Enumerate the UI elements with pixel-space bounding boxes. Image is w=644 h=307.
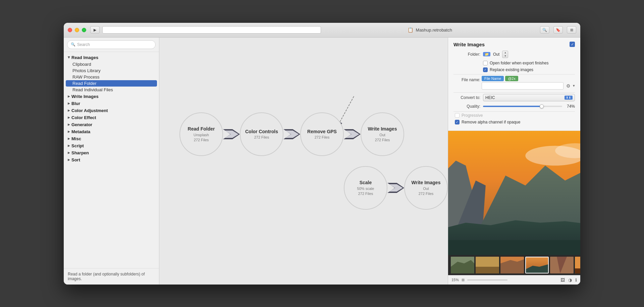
sidebar-group-header-sharpen[interactable]: ▶ Sharpen [64, 149, 159, 156]
sidebar-group-header-write-images[interactable]: ▶ Write Images [64, 93, 159, 100]
node-label: Scale [360, 180, 372, 186]
gear-icon[interactable]: ⚙ [565, 83, 572, 89]
panel-title: Write Images [453, 42, 485, 47]
sidebar-group-header-blur[interactable]: ▶ Blur [64, 100, 159, 107]
open-folder-checkbox[interactable] [483, 61, 488, 65]
zoom-icon[interactable]: ⊞ [462, 278, 465, 282]
preview-controls: 🖼 ◑ ℹ [559, 277, 577, 283]
image-icon[interactable]: 🖼 [560, 277, 565, 283]
connector-4 [387, 183, 404, 193]
titlebar-right: 🔍 🔖 ⊞ [539, 26, 576, 34]
remove-alpha-checkbox[interactable]: ✓ [455, 120, 460, 124]
maximize-button[interactable] [82, 28, 86, 32]
node-read-folder[interactable]: Read Folder Unsplash 272 Files [179, 112, 223, 156]
quality-slider-container: 74% [483, 104, 575, 109]
folder-row: Folder: 📁 Out ▲ ▼ [453, 51, 575, 58]
token-filename[interactable]: File Name [482, 76, 504, 81]
sidebar-item-clipboard[interactable]: Clipboard [64, 61, 159, 67]
sidebar-group-header-misc[interactable]: ▶ Misc [64, 135, 159, 142]
triangle-icon: ▶ [68, 123, 70, 126]
info-icon[interactable]: ℹ [575, 277, 577, 283]
main-canvas[interactable]: Read Folder Unsplash 272 Files [159, 38, 448, 285]
progressive-checkbox[interactable] [455, 113, 460, 118]
quality-slider-track[interactable] [483, 106, 562, 107]
svg-marker-6 [285, 131, 299, 138]
sidebar-group-header-script[interactable]: ▶ Script [64, 142, 159, 149]
sidebar-item-read-individual-files[interactable]: Read Individual Files [64, 87, 159, 93]
thumbnail-4[interactable] [525, 257, 549, 273]
chevron-down-icon[interactable]: ▾ [573, 84, 575, 88]
sidebar-group-header-generator[interactable]: ▶ Generator [64, 121, 159, 128]
right-panel: Write Images ✓ Folder: 📁 Out ▲ ▼ Ope [448, 38, 580, 285]
quality-slider-thumb[interactable] [540, 104, 544, 108]
token-2x[interactable]: @2x [505, 76, 518, 81]
open-folder-label: Open folder when export finishes [490, 61, 548, 65]
sidebar-item-raw-process[interactable]: RAW Process [64, 74, 159, 80]
replace-images-checkbox[interactable]: ✓ [483, 67, 488, 72]
node-sub2: 272 Files [194, 138, 209, 142]
sidebar-group-header-sort[interactable]: ▶ Sort [64, 156, 159, 163]
node-label: Write Images [368, 126, 397, 132]
thumbnail-1[interactable] [451, 257, 474, 273]
group-label-blur: Blur [71, 101, 80, 106]
arrow-chevrons [223, 129, 240, 139]
close-button[interactable] [68, 28, 72, 32]
divider-2 [453, 92, 575, 93]
node-write-images-1[interactable]: Write Images Out 272 Files [361, 112, 404, 156]
divider-1 [453, 74, 575, 74]
node-color-controls[interactable]: Color Controls 272 Files [240, 112, 283, 156]
sidebar-group-metadata: ▶ Metadata [64, 128, 159, 135]
group-label-read-images: Read Images [71, 55, 98, 60]
contrast-icon[interactable]: ◑ [568, 277, 572, 283]
convert-dropdown[interactable]: HEIC ⬆⬇ [483, 94, 575, 101]
triangle-icon: ▶ [68, 109, 70, 112]
zoom-slider[interactable] [467, 279, 507, 280]
thumbnail-6[interactable] [575, 257, 580, 273]
share-toolbar-btn[interactable]: 🔖 [553, 26, 563, 34]
triangle-icon: ▶ [68, 116, 70, 119]
thumbnail-strip [448, 255, 580, 275]
stepper-up[interactable]: ▲ [502, 51, 508, 54]
canvas-content: Read Folder Unsplash 272 Files [159, 38, 448, 285]
search-input[interactable]: Search [77, 42, 90, 47]
node-remove-gps[interactable]: Remove GPS 272 Files [300, 112, 344, 156]
url-bar [102, 26, 321, 34]
play-button[interactable]: ▶ [90, 26, 100, 34]
convert-value: HEIC [485, 95, 495, 100]
progressive-label: Progressive [462, 113, 483, 118]
sidebar-group-header-metadata[interactable]: ▶ Metadata [64, 128, 159, 135]
sidebar-item-photos-library[interactable]: Photos Library [64, 67, 159, 74]
sidebar-group-header-read-images[interactable]: ▶ Read Images [64, 54, 159, 61]
triangle-icon: ▶ [68, 95, 70, 98]
titlebar: ▶ 📋 Mashup.retrobatch 🔍 🔖 ⊞ [64, 23, 580, 38]
search-box[interactable]: 🔍 Search [67, 40, 156, 49]
quality-slider-fill [483, 106, 542, 107]
node-scale[interactable]: Scale 50% scale 272 Files [344, 166, 387, 210]
group-label-misc: Misc [71, 136, 81, 141]
sidebar-group-sort: ▶ Sort [64, 156, 159, 163]
folder-stepper[interactable]: ▲ ▼ [502, 51, 508, 58]
triangle-icon: ▶ [68, 151, 70, 154]
stepper-down[interactable]: ▼ [502, 54, 508, 58]
quality-row: Quality: 74% [453, 104, 575, 109]
minimize-button[interactable] [75, 28, 79, 32]
sidebar-group-header-color-adjustment[interactable]: ▶ Color Adjustment [64, 107, 159, 114]
sidebar-item-read-folder[interactable]: Read Folder [66, 80, 157, 87]
remove-alpha-row: ✓ Remove alpha channel if opaque [453, 120, 575, 124]
write-images-enabled-checkbox[interactable]: ✓ [570, 42, 575, 47]
sidebar-group-header-color-effect[interactable]: ▶ Color Effect [64, 114, 159, 121]
dropdown-arrow-icon: ⬆⬇ [565, 96, 573, 100]
sidebar-toolbar-btn[interactable]: ⊞ [567, 26, 576, 34]
thumbnail-5[interactable] [550, 257, 574, 273]
node-write-images-2[interactable]: Write Images Out 272 Files [404, 166, 448, 210]
panel-header: Write Images ✓ [453, 42, 575, 47]
thumbnail-2[interactable] [476, 257, 499, 273]
app-window: ▶ 📋 Mashup.retrobatch 🔍 🔖 ⊞ 🔍 Search [64, 23, 580, 285]
node-label: Remove GPS [307, 129, 337, 135]
svg-rect-17 [476, 267, 499, 273]
node-sub1: Out [379, 133, 385, 137]
thumbnail-3[interactable] [500, 257, 524, 273]
sidebar-group-color-effect: ▶ Color Effect [64, 114, 159, 121]
search-toolbar-btn[interactable]: 🔍 [540, 26, 549, 34]
filename-input[interactable] [482, 82, 564, 90]
